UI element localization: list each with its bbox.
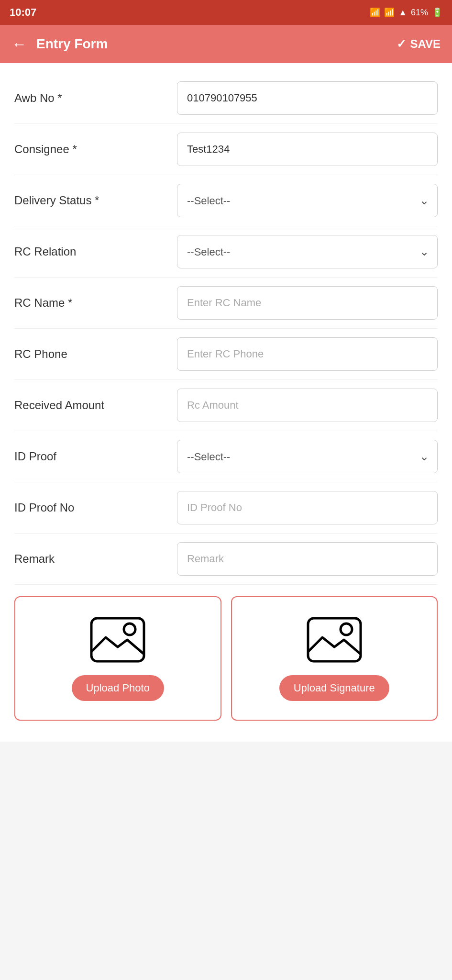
delivery-status-label: Delivery Status * [14, 194, 177, 207]
rc-phone-row: RC Phone [14, 329, 438, 380]
rc-name-label: RC Name * [14, 296, 177, 310]
id-proof-select[interactable]: --Select-- Aadhar Card PAN Card Passport… [177, 440, 438, 473]
remark-label: Remark [14, 552, 177, 566]
entry-form: Awb No * Consignee * Delivery Status * -… [0, 63, 452, 742]
consignee-row: Consignee * [14, 124, 438, 175]
status-bar: 10:07 📶 📶 ▲ 61% 🔋 [0, 0, 452, 25]
rc-relation-label: RC Relation [14, 245, 177, 258]
upload-section: Upload Photo Upload Signature [14, 585, 438, 732]
wifi-icon: 📶 [384, 7, 395, 18]
id-proof-row: ID Proof --Select-- Aadhar Card PAN Card… [14, 431, 438, 482]
upload-signature-icon [306, 616, 363, 664]
svg-point-1 [124, 624, 135, 635]
awb-no-label: Awb No * [14, 91, 177, 105]
delivery-status-select[interactable]: --Select-- Delivered Undelivered Pending [177, 184, 438, 217]
consignee-label: Consignee * [14, 143, 177, 156]
id-proof-no-label: ID Proof No [14, 501, 177, 514]
battery-icon: 🔋 [432, 7, 442, 18]
rc-phone-label: RC Phone [14, 347, 177, 361]
battery-percent: 61% [411, 8, 428, 18]
consignee-input[interactable] [177, 133, 438, 166]
rc-phone-input[interactable] [177, 337, 438, 371]
delivery-status-row: Delivery Status * --Select-- Delivered U… [14, 175, 438, 226]
id-proof-wrapper: --Select-- Aadhar Card PAN Card Passport… [177, 440, 438, 473]
upload-signature-button[interactable]: Upload Signature [279, 675, 389, 701]
app-bar: ← Entry Form ✓ SAVE [0, 25, 452, 63]
status-icons: 📶 📶 ▲ 61% 🔋 [370, 7, 442, 18]
id-proof-label: ID Proof [14, 450, 177, 463]
awb-no-input[interactable] [177, 81, 438, 115]
signal-icon: ▲ [398, 8, 407, 18]
awb-no-row: Awb No * [14, 73, 438, 124]
svg-rect-0 [91, 618, 144, 661]
save-check-icon: ✓ [397, 37, 406, 51]
save-label: SAVE [410, 37, 441, 51]
upload-photo-box[interactable]: Upload Photo [14, 596, 221, 721]
page-title: Entry Form [36, 36, 397, 52]
rc-relation-row: RC Relation --Select-- Self Family Neigh… [14, 226, 438, 278]
upload-signature-box[interactable]: Upload Signature [231, 596, 438, 721]
svg-point-3 [341, 624, 352, 635]
upload-photo-icon [89, 616, 146, 664]
received-amount-input[interactable] [177, 389, 438, 422]
remark-input[interactable] [177, 542, 438, 576]
back-button[interactable]: ← [11, 35, 27, 53]
status-time: 10:07 [10, 6, 36, 19]
save-button[interactable]: ✓ SAVE [397, 37, 441, 51]
bluetooth-icon: 📶 [370, 7, 380, 18]
rc-name-row: RC Name * [14, 278, 438, 329]
delivery-status-wrapper: --Select-- Delivered Undelivered Pending… [177, 184, 438, 217]
rc-name-input[interactable] [177, 286, 438, 320]
received-amount-label: Received Amount [14, 399, 177, 412]
upload-photo-button[interactable]: Upload Photo [72, 675, 164, 701]
id-proof-no-input[interactable] [177, 491, 438, 524]
received-amount-row: Received Amount [14, 380, 438, 431]
svg-rect-2 [308, 618, 361, 661]
remark-row: Remark [14, 534, 438, 585]
rc-relation-wrapper: --Select-- Self Family Neighbor Other ⌄ [177, 235, 438, 268]
rc-relation-select[interactable]: --Select-- Self Family Neighbor Other [177, 235, 438, 268]
id-proof-no-row: ID Proof No [14, 482, 438, 534]
